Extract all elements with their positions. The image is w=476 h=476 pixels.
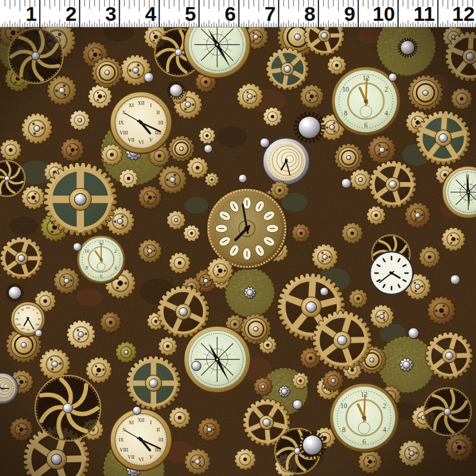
fabric-art: XIIIIIIIIIIIIVVIVIIVIIIIXXXI122468101224… <box>0 0 476 476</box>
ruler-number: 1 <box>26 2 37 25</box>
ruler: 123456789101112 <box>0 0 476 27</box>
ruler-number: 11 <box>414 2 435 25</box>
fabric-swatch-photo: XIIIIIIIIIIIIVVIVIIVIIIIXXXI122468101224… <box>0 0 476 476</box>
ruler-number: 3 <box>105 2 117 25</box>
vignette <box>0 27 476 476</box>
ruler-number: 2 <box>65 2 77 25</box>
ruler-number: 12 <box>452 2 475 25</box>
ruler-number: 6 <box>224 2 236 25</box>
ruler-number: 7 <box>264 2 275 25</box>
ruler-number: 10 <box>372 2 395 25</box>
ruler-number: 8 <box>304 2 315 25</box>
ruler-number: 4 <box>145 2 156 25</box>
ruler-number: 5 <box>185 2 196 25</box>
ruler-number: 9 <box>344 2 355 25</box>
